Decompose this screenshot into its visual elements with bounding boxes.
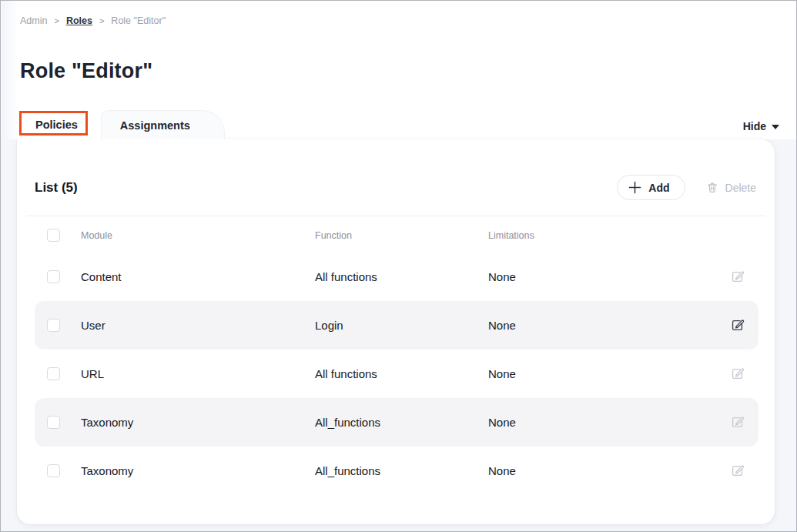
cell-function: All_functions	[315, 464, 488, 477]
cell-limitations: None	[488, 416, 723, 429]
list-header-divider	[26, 216, 765, 216]
page-title: Role "Editor"	[20, 59, 778, 82]
edit-button[interactable]	[723, 463, 745, 478]
tab-assignments[interactable]: Assignments	[101, 110, 225, 139]
tab-policies[interactable]: Policies	[18, 110, 101, 139]
delete-button[interactable]: Delete	[706, 181, 756, 194]
page-header: Admin > Roles > Role "Editor" Role "Edit…	[1, 1, 796, 82]
pencil-square-icon	[730, 318, 745, 333]
row-checkbox[interactable]	[47, 367, 60, 380]
column-header-module: Module	[81, 230, 315, 241]
policies-panel: List (5) Add Delete Module	[17, 139, 775, 524]
select-all-checkbox[interactable]	[47, 229, 60, 242]
cell-function: Login	[315, 319, 488, 332]
table-row: Content All functions None	[35, 253, 758, 301]
cell-function: All functions	[315, 367, 488, 380]
row-checkbox[interactable]	[47, 319, 60, 332]
trash-icon	[706, 181, 718, 194]
breadcrumb: Admin > Roles > Role "Editor"	[20, 15, 778, 26]
pencil-square-icon	[730, 463, 745, 478]
breadcrumb-item-admin[interactable]: Admin	[20, 15, 47, 26]
row-checkbox[interactable]	[47, 416, 60, 429]
row-checkbox[interactable]	[47, 464, 60, 477]
chevron-down-icon	[772, 125, 779, 129]
cell-limitations: None	[488, 270, 723, 283]
cell-module: URL	[81, 367, 315, 380]
cell-limitations: None	[488, 319, 723, 332]
breadcrumb-item-current: Role "Editor"	[111, 15, 166, 26]
plus-icon	[628, 181, 641, 194]
tab-bar: Policies Assignments Hide	[1, 110, 796, 139]
edit-button[interactable]	[723, 318, 745, 333]
tab-assignments-label: Assignments	[120, 119, 190, 132]
cell-module: User	[81, 319, 315, 332]
cell-module: Content	[81, 270, 315, 283]
column-header-function: Function	[315, 230, 488, 241]
delete-button-label: Delete	[725, 182, 756, 194]
hide-panel-toggle[interactable]: Hide	[743, 120, 779, 139]
edit-button[interactable]	[723, 415, 745, 430]
table-row: Taxonomy All_functions None	[35, 447, 758, 495]
table-row: URL All functions None	[35, 350, 758, 398]
edit-button[interactable]	[723, 269, 745, 284]
breadcrumb-separator: >	[99, 15, 104, 26]
column-header-limitations: Limitations	[488, 230, 723, 241]
content-background: List (5) Add Delete Module	[1, 139, 796, 532]
add-button-label: Add	[648, 182, 669, 194]
table-row: Taxonomy All_functions None	[35, 398, 758, 447]
edit-button[interactable]	[723, 366, 745, 381]
cell-function: All_functions	[315, 416, 488, 429]
list-header: List (5) Add Delete	[17, 139, 775, 200]
list-title: List (5)	[35, 180, 78, 196]
table-row: User Login None	[35, 301, 758, 350]
list-actions: Add Delete	[617, 175, 756, 200]
policies-table: Module Function Limitations Content All …	[17, 218, 775, 495]
cell-module: Taxonomy	[81, 464, 315, 477]
table-header-row: Module Function Limitations	[35, 218, 758, 253]
cell-limitations: None	[488, 464, 723, 477]
pencil-square-icon	[730, 366, 745, 381]
add-button[interactable]: Add	[617, 175, 685, 200]
cell-function: All functions	[315, 270, 488, 283]
hide-toggle-label: Hide	[743, 120, 766, 132]
app-window: Admin > Roles > Role "Editor" Role "Edit…	[0, 0, 797, 532]
cell-module: Taxonomy	[81, 416, 315, 429]
breadcrumb-item-roles[interactable]: Roles	[66, 15, 92, 26]
breadcrumb-separator: >	[54, 15, 59, 26]
tab-policies-label: Policies	[35, 119, 78, 131]
pencil-square-icon	[730, 415, 745, 430]
pencil-square-icon	[730, 269, 745, 284]
row-checkbox[interactable]	[47, 270, 60, 283]
cell-limitations: None	[488, 367, 723, 380]
